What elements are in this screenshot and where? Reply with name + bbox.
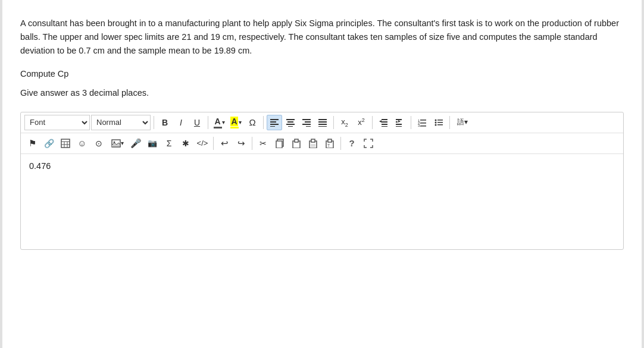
align-right-button[interactable]	[299, 115, 314, 130]
editor-content: 0.476	[29, 161, 51, 171]
time-button[interactable]: ⊙	[91, 136, 107, 151]
separator-row2-1	[213, 137, 214, 150]
link-icon: 🔗	[44, 139, 54, 148]
undo-button[interactable]: ↩	[217, 136, 232, 151]
font-color-icon: A	[214, 117, 222, 128]
copy-button[interactable]	[272, 136, 287, 151]
svg-rect-25	[396, 126, 402, 127]
font-select[interactable]: Font	[24, 115, 90, 130]
outdent-icon	[379, 118, 387, 127]
svg-rect-9	[305, 121, 311, 123]
svg-rect-16	[382, 119, 387, 120]
italic-button[interactable]: I	[173, 115, 189, 130]
table-button[interactable]	[58, 136, 73, 151]
highlight-button[interactable]: A ▾	[228, 115, 243, 130]
image-dropdown-icon: ▾	[121, 140, 124, 146]
indent-button[interactable]	[392, 115, 408, 130]
audio-button[interactable]: 🎤	[128, 136, 143, 151]
flag-icon: ⚑	[29, 138, 36, 149]
separator-7	[449, 116, 450, 129]
separator-1	[154, 116, 154, 129]
flag-button[interactable]: ⚑	[24, 136, 40, 151]
fullscreen-icon	[364, 139, 373, 148]
svg-rect-50	[311, 139, 315, 142]
paste-special-icon	[309, 139, 317, 148]
paste-special-button[interactable]	[305, 136, 321, 151]
special-menu-icon: 語▾	[457, 117, 468, 127]
svg-rect-20	[382, 126, 387, 127]
ordered-list-button[interactable]: 1. 2. 3.	[414, 115, 430, 130]
svg-rect-48	[295, 139, 298, 142]
svg-rect-27	[420, 120, 426, 121]
svg-point-32	[435, 119, 437, 121]
svg-rect-19	[382, 124, 387, 125]
template-icon: ✱	[182, 139, 189, 148]
style-select[interactable]: Normal	[91, 115, 151, 130]
svg-rect-13	[318, 121, 327, 123]
redo-icon: ↪	[237, 138, 245, 149]
indent-icon	[396, 118, 404, 127]
unordered-list-icon	[434, 118, 443, 127]
code-button[interactable]: </>	[195, 136, 210, 151]
align-center-button[interactable]	[283, 115, 298, 130]
special-menu-button[interactable]: 語▾	[453, 115, 472, 130]
svg-rect-24	[396, 124, 402, 125]
bold-button[interactable]: B	[157, 115, 173, 130]
paste-icon	[292, 139, 301, 148]
video-button[interactable]: 📷	[145, 136, 160, 151]
highlight-icon: A	[230, 117, 239, 128]
svg-rect-0	[270, 119, 279, 120]
separator-row2-2	[252, 137, 252, 150]
toolbar-row1: Font Normal B I U A ▾	[21, 112, 623, 133]
paste-text-button[interactable]: T	[322, 136, 337, 151]
svg-text:T: T	[327, 143, 330, 148]
align-group	[267, 115, 330, 130]
highlight-dropdown-icon: ▾	[239, 119, 242, 126]
subscript-button[interactable]: x2	[337, 115, 352, 130]
link-button[interactable]: 🔗	[41, 136, 57, 151]
redo-button[interactable]: ↪	[233, 136, 249, 151]
fullscreen-button[interactable]	[361, 136, 376, 151]
svg-point-34	[435, 121, 437, 123]
separator-2	[208, 116, 208, 129]
svg-point-36	[435, 124, 437, 126]
superscript-button[interactable]: x2	[354, 115, 369, 130]
superscript-icon: x2	[358, 117, 365, 127]
svg-rect-5	[287, 121, 293, 123]
emoji-button[interactable]: ☺	[74, 136, 90, 151]
editor-body[interactable]: 0.476	[21, 154, 623, 249]
separator-row2-3	[340, 137, 341, 150]
paste-text-icon: T	[326, 139, 334, 148]
undo-icon: ↩	[221, 138, 229, 149]
underline-button[interactable]: U	[189, 115, 205, 130]
svg-rect-1	[270, 121, 276, 123]
cut-button[interactable]: ✂	[255, 136, 271, 151]
align-justify-button[interactable]	[315, 115, 330, 130]
template-button[interactable]: ✱	[178, 136, 193, 151]
outdent-button[interactable]	[376, 115, 391, 130]
audio-icon: 🎤	[130, 138, 142, 149]
omega-button[interactable]: Ω	[245, 115, 260, 130]
help-button[interactable]: ?	[344, 136, 359, 151]
align-center-icon	[286, 118, 295, 127]
editor-container: Font Normal B I U A ▾	[20, 112, 624, 250]
svg-rect-12	[318, 119, 327, 120]
separator-6	[411, 116, 411, 129]
paste-button[interactable]	[289, 136, 304, 151]
svg-rect-3	[270, 126, 275, 127]
separator-5	[372, 116, 373, 129]
align-right-icon	[302, 118, 311, 127]
copy-icon	[276, 139, 284, 148]
compute-label: Compute Cp	[20, 69, 624, 79]
sigma-button[interactable]: Σ	[161, 136, 177, 151]
font-color-button[interactable]: A ▾	[211, 115, 227, 130]
image-button[interactable]: ▾	[108, 136, 127, 151]
subscript-icon: x2	[341, 117, 348, 128]
give-answer-label: Give answer as 3 decimal places.	[20, 88, 624, 98]
svg-rect-35	[437, 122, 443, 123]
svg-rect-33	[437, 120, 443, 121]
align-left-button[interactable]	[267, 115, 282, 130]
unordered-list-button[interactable]	[431, 115, 446, 130]
cut-icon: ✂	[260, 139, 267, 148]
svg-rect-38	[61, 139, 70, 148]
